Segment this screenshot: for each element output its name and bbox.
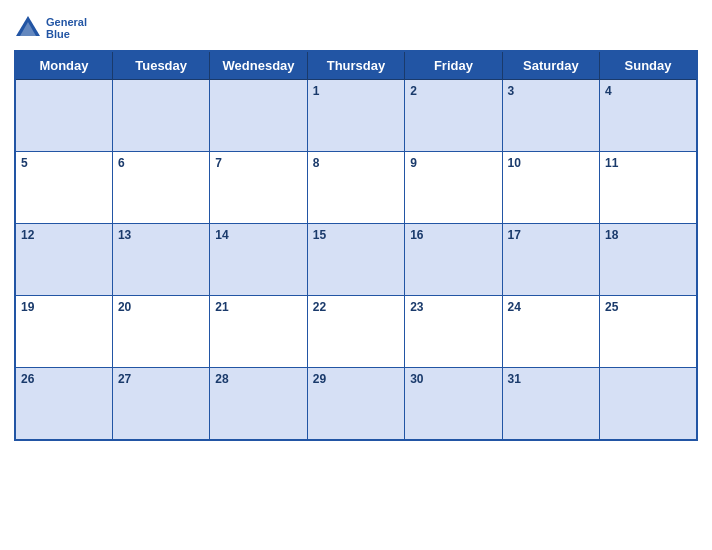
calendar-cell: 31	[502, 368, 599, 440]
weekday-header-tuesday: Tuesday	[112, 51, 209, 80]
calendar-cell	[15, 80, 112, 152]
calendar-cell	[600, 368, 697, 440]
day-number: 21	[215, 300, 228, 314]
calendar-cell: 18	[600, 224, 697, 296]
day-number: 23	[410, 300, 423, 314]
calendar: General Blue MondayTuesdayWednesdayThurs…	[0, 0, 712, 550]
calendar-cell: 25	[600, 296, 697, 368]
day-number: 26	[21, 372, 34, 386]
calendar-cell: 3	[502, 80, 599, 152]
day-number: 9	[410, 156, 417, 170]
day-number: 6	[118, 156, 125, 170]
day-number: 24	[508, 300, 521, 314]
day-number: 13	[118, 228, 131, 242]
logo-icon	[14, 14, 42, 42]
calendar-cell: 27	[112, 368, 209, 440]
day-number: 1	[313, 84, 320, 98]
weekday-header-saturday: Saturday	[502, 51, 599, 80]
calendar-cell: 29	[307, 368, 404, 440]
day-number: 22	[313, 300, 326, 314]
calendar-cell: 15	[307, 224, 404, 296]
calendar-cell: 23	[405, 296, 502, 368]
calendar-cell: 2	[405, 80, 502, 152]
calendar-cell: 11	[600, 152, 697, 224]
day-number: 25	[605, 300, 618, 314]
day-number: 12	[21, 228, 34, 242]
day-number: 3	[508, 84, 515, 98]
weekday-header-monday: Monday	[15, 51, 112, 80]
calendar-cell: 6	[112, 152, 209, 224]
day-number: 5	[21, 156, 28, 170]
day-number: 10	[508, 156, 521, 170]
calendar-cell: 7	[210, 152, 307, 224]
weekday-header-sunday: Sunday	[600, 51, 697, 80]
day-number: 17	[508, 228, 521, 242]
calendar-cell: 19	[15, 296, 112, 368]
calendar-cell: 30	[405, 368, 502, 440]
calendar-cell: 8	[307, 152, 404, 224]
logo: General Blue	[14, 14, 87, 42]
calendar-cell: 5	[15, 152, 112, 224]
day-number: 14	[215, 228, 228, 242]
calendar-cell: 26	[15, 368, 112, 440]
weekday-header-thursday: Thursday	[307, 51, 404, 80]
day-number: 7	[215, 156, 222, 170]
day-number: 4	[605, 84, 612, 98]
calendar-cell: 14	[210, 224, 307, 296]
calendar-header: General Blue	[14, 10, 698, 50]
weekday-header-row: MondayTuesdayWednesdayThursdayFridaySatu…	[15, 51, 697, 80]
logo-text: General Blue	[46, 16, 87, 40]
calendar-cell: 17	[502, 224, 599, 296]
calendar-table: MondayTuesdayWednesdayThursdayFridaySatu…	[14, 50, 698, 441]
calendar-cell: 1	[307, 80, 404, 152]
calendar-week-row: 19202122232425	[15, 296, 697, 368]
calendar-cell: 13	[112, 224, 209, 296]
day-number: 16	[410, 228, 423, 242]
calendar-cell: 12	[15, 224, 112, 296]
calendar-cell: 16	[405, 224, 502, 296]
calendar-cell: 10	[502, 152, 599, 224]
calendar-cell: 28	[210, 368, 307, 440]
weekday-header-wednesday: Wednesday	[210, 51, 307, 80]
day-number: 15	[313, 228, 326, 242]
calendar-cell: 4	[600, 80, 697, 152]
calendar-cell: 9	[405, 152, 502, 224]
day-number: 11	[605, 156, 618, 170]
day-number: 20	[118, 300, 131, 314]
calendar-week-row: 567891011	[15, 152, 697, 224]
calendar-cell	[112, 80, 209, 152]
calendar-week-row: 262728293031	[15, 368, 697, 440]
day-number: 28	[215, 372, 228, 386]
calendar-cell: 20	[112, 296, 209, 368]
calendar-cell	[210, 80, 307, 152]
calendar-cell: 24	[502, 296, 599, 368]
day-number: 31	[508, 372, 521, 386]
calendar-week-row: 1234	[15, 80, 697, 152]
calendar-cell: 21	[210, 296, 307, 368]
day-number: 30	[410, 372, 423, 386]
day-number: 8	[313, 156, 320, 170]
day-number: 19	[21, 300, 34, 314]
day-number: 27	[118, 372, 131, 386]
day-number: 2	[410, 84, 417, 98]
day-number: 29	[313, 372, 326, 386]
day-number: 18	[605, 228, 618, 242]
weekday-header-friday: Friday	[405, 51, 502, 80]
calendar-week-row: 12131415161718	[15, 224, 697, 296]
calendar-cell: 22	[307, 296, 404, 368]
